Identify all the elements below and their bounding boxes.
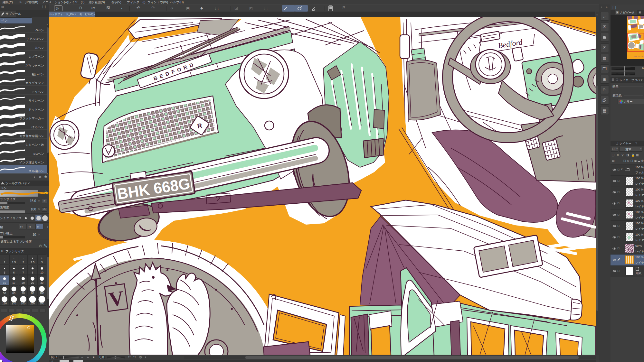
svg-text:V: V bbox=[108, 286, 126, 311]
svg-text:bbk 2021.10.29: bbk 2021.10.29 bbox=[634, 55, 644, 57]
